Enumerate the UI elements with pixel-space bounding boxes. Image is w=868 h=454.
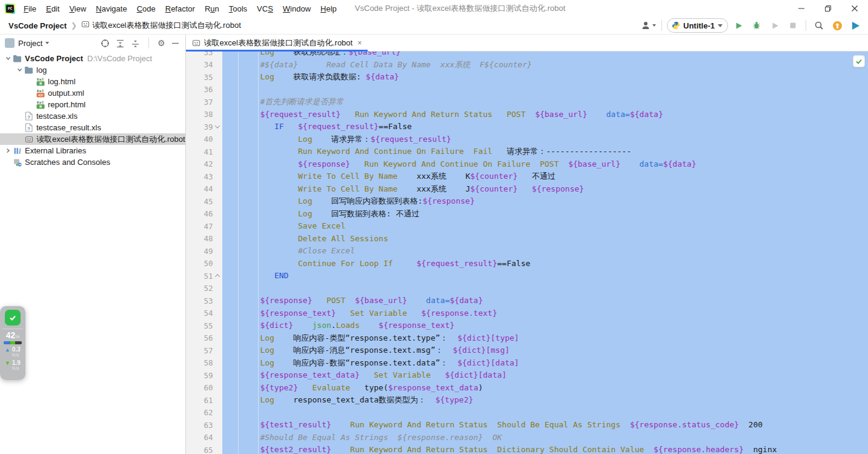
code-text[interactable]: Log 回写数据到表格: 不通过: [222, 208, 868, 221]
gutter-line-63[interactable]: 63: [186, 419, 222, 432]
run-button[interactable]: [731, 18, 746, 33]
code-text[interactable]: Log response_text_data数据类型为： ${type2}: [222, 394, 868, 407]
gutter-line-45[interactable]: 45: [186, 195, 222, 208]
line-number[interactable]: 33: [204, 52, 213, 57]
code-text[interactable]: [222, 407, 868, 419]
tree-item-testcase_result.xls[interactable]: ?testcase_result.xls: [0, 122, 185, 133]
line-number[interactable]: 63: [204, 421, 213, 430]
fold-up-icon[interactable]: [215, 274, 220, 279]
run-with-coverage-button[interactable]: [767, 18, 783, 33]
code-text[interactable]: Log 获取请求负载数据: ${data}: [222, 71, 868, 84]
gutter-line-59[interactable]: 59: [186, 369, 222, 382]
gear-icon[interactable]: ⚙: [157, 39, 165, 47]
menu-navigate[interactable]: Navigate: [91, 2, 131, 16]
line-number[interactable]: 41: [204, 147, 213, 156]
gutter-line-54[interactable]: 54: [186, 307, 222, 320]
line-number[interactable]: 51: [204, 272, 213, 281]
system-monitor-widget[interactable]: 42% ▲ 0.3K/s ▼ 1.9K/s: [0, 306, 25, 380]
line-number[interactable]: 56: [204, 333, 213, 342]
menu-help[interactable]: Help: [316, 2, 342, 16]
code-text[interactable]: Continue For Loop If ${request_result}==…: [222, 258, 868, 270]
gutter-line-43[interactable]: 43: [186, 170, 222, 183]
fold-marker[interactable]: [213, 125, 222, 129]
code-editor[interactable]: 33 Log 获取系统地址：${base_url}34 #${data} Rea…: [186, 52, 868, 454]
restore-button[interactable]: [815, 0, 841, 17]
menu-code[interactable]: Code: [132, 2, 161, 16]
gutter-line-55[interactable]: 55: [186, 319, 222, 332]
gutter-line-36[interactable]: 36: [186, 84, 222, 96]
gutter-line-35[interactable]: 35: [186, 71, 222, 84]
line-number[interactable]: 42: [204, 159, 213, 169]
code-text[interactable]: [222, 84, 868, 96]
menu-refactor[interactable]: Refactor: [161, 2, 200, 16]
tree-item-log[interactable]: log: [0, 64, 185, 76]
code-text[interactable]: #Close Excel: [222, 245, 868, 258]
tab-close-icon[interactable]: ×: [357, 39, 362, 47]
inspection-status-widget[interactable]: [853, 55, 865, 67]
code-text[interactable]: ${response_text_data} Set Variable ${dic…: [222, 369, 868, 382]
line-number[interactable]: 59: [204, 371, 213, 380]
code-text[interactable]: Write To Cell By Name xxx系统 K${counter} …: [222, 170, 868, 183]
code-text[interactable]: IF ${request_result}==False: [222, 121, 868, 133]
line-number[interactable]: 46: [204, 209, 213, 218]
line-number[interactable]: 34: [204, 60, 213, 69]
code-text[interactable]: #首先判断请求是否异常: [222, 96, 868, 108]
code-text[interactable]: #Should Be Equal As Strings ${response.r…: [222, 432, 868, 444]
code-text[interactable]: Log 响应内容-数据“response.text.data”： ${dict}…: [222, 357, 868, 370]
code-text[interactable]: ${response} POST ${base_url} data=${data…: [222, 295, 868, 307]
code-text[interactable]: ${test2_result} Run Keyword And Return S…: [222, 444, 868, 454]
line-number[interactable]: 36: [204, 85, 213, 94]
code-text[interactable]: Log 获取系统地址：${base_url}: [222, 52, 868, 59]
chevron-closed-icon[interactable]: [4, 148, 12, 153]
stop-button[interactable]: [785, 18, 801, 33]
gutter-line-46[interactable]: 46: [186, 208, 222, 221]
user-account-button[interactable]: [641, 18, 657, 33]
code-text[interactable]: ${test1_result} Run Keyword And Return S…: [222, 419, 868, 432]
tree-item-output.xml[interactable]: <>output.xml: [0, 87, 185, 99]
gutter-line-34[interactable]: 34: [186, 59, 222, 72]
code-text[interactable]: Delete All Sessions: [222, 233, 868, 245]
line-number[interactable]: 61: [204, 396, 213, 405]
menu-tools[interactable]: Tools: [224, 2, 252, 16]
line-number[interactable]: 50: [204, 259, 213, 268]
code-text[interactable]: #${data} Read Cell Data By Name xxx系统 F$…: [222, 59, 868, 72]
gutter-line-39[interactable]: 39: [186, 121, 222, 133]
code-text[interactable]: Write To Cell By Name xxx系统 J${counter} …: [222, 183, 868, 196]
gutter-line-44[interactable]: 44: [186, 183, 222, 196]
menu-file[interactable]: File: [19, 2, 41, 16]
close-button[interactable]: [841, 0, 868, 17]
menu-view[interactable]: View: [64, 2, 91, 16]
run-configuration-select[interactable]: Untitle-1: [667, 18, 728, 33]
line-number[interactable]: 65: [204, 446, 213, 454]
line-number[interactable]: 48: [204, 234, 213, 243]
gutter-line-56[interactable]: 56: [186, 332, 222, 345]
plugin-play-button[interactable]: [847, 18, 863, 33]
gutter-line-52[interactable]: 52: [186, 282, 222, 295]
code-text[interactable]: Log 回写响应内容数据到表格:${response}: [222, 195, 868, 208]
line-number[interactable]: 47: [204, 222, 213, 231]
hide-panel-icon[interactable]: [171, 39, 179, 47]
line-number[interactable]: 53: [204, 296, 213, 305]
tree-item-log.html[interactable]: Hlog.html: [0, 76, 185, 87]
fold-marker[interactable]: [213, 274, 222, 278]
line-number[interactable]: 54: [204, 309, 213, 318]
search-everywhere-button[interactable]: [811, 18, 827, 33]
chevron-open-icon[interactable]: [15, 67, 24, 73]
line-number[interactable]: 62: [204, 408, 213, 417]
collapse-all-icon[interactable]: [131, 39, 140, 48]
tree-item-testcase.xls[interactable]: ?testcase.xls: [0, 110, 185, 122]
line-number[interactable]: 39: [204, 122, 213, 132]
code-text[interactable]: Save Excel: [222, 220, 868, 233]
gutter-line-33[interactable]: 33: [186, 52, 222, 59]
gutter-line-64[interactable]: 64: [186, 432, 222, 444]
fold-down-icon[interactable]: [215, 124, 220, 129]
line-number[interactable]: 35: [204, 73, 213, 82]
expand-all-icon[interactable]: [116, 39, 125, 48]
gutter-line-57[interactable]: 57: [186, 344, 222, 357]
breadcrumb-file[interactable]: 读取excel表格数据做接口测试自动化.robot: [92, 20, 241, 31]
gutter-line-62[interactable]: 62: [186, 407, 222, 419]
line-number[interactable]: 60: [204, 383, 213, 392]
editor-tab[interactable]: 读取excel表格数据做接口测试自动化.robot ×: [186, 35, 368, 51]
line-number[interactable]: 38: [204, 110, 213, 119]
locate-file-icon[interactable]: [101, 39, 110, 48]
